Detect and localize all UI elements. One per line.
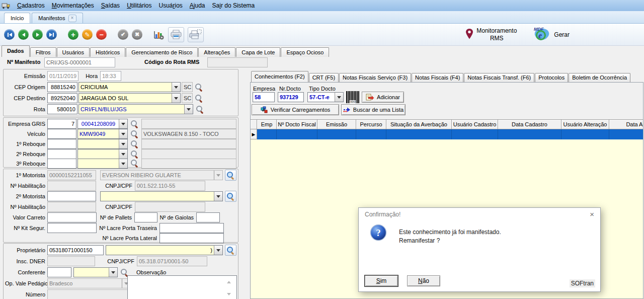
manifesto-input[interactable]: [44, 57, 115, 67]
chevron-down-icon[interactable]: [119, 159, 127, 168]
gerar-mdfe-button[interactable]: MDF e Gerar: [531, 26, 570, 43]
no-button[interactable]: Não: [407, 275, 440, 286]
reboque2-combo[interactable]: [77, 149, 128, 159]
grid-col-n-docto-fiscal[interactable]: Nº Docto Fiscal: [277, 119, 317, 129]
chevron-down-icon[interactable]: [119, 129, 127, 138]
chevron-down-icon[interactable]: [335, 93, 343, 102]
grid-cell-usuario-cadastro[interactable]: [452, 129, 498, 139]
grid-col-usuario-cadastro[interactable]: Usuário Cadastro: [452, 119, 498, 129]
search-motorista1-button[interactable]: [225, 170, 236, 181]
empresa-gris-combo[interactable]: 00041208099: [77, 119, 128, 129]
docs-tab-protocolos[interactable]: Protocolos: [535, 73, 568, 82]
conferente-input[interactable]: [47, 267, 71, 277]
chevron-down-icon[interactable]: [119, 119, 127, 128]
cidade-destino-combo[interactable]: JARAGUA DO SUL: [78, 93, 181, 103]
nr-docto-input[interactable]: [278, 92, 304, 102]
confirm-button[interactable]: [118, 29, 128, 40]
grid-cell-data-alteracao[interactable]: [609, 129, 643, 139]
motorista1-cpf-input[interactable]: [135, 181, 205, 191]
scroll-up-icon[interactable]: [227, 279, 231, 283]
scroll-down-icon[interactable]: [227, 293, 231, 297]
dialog-close-icon[interactable]: ×: [590, 210, 594, 218]
reboque1-input[interactable]: [47, 139, 76, 149]
search-reboque3-icon[interactable]: [130, 159, 139, 168]
cidade-origem-combo[interactable]: CRICIUMA: [78, 82, 181, 92]
delete-button[interactable]: [96, 29, 107, 40]
grid-cell-situacao-da-averbacao[interactable]: [386, 129, 452, 139]
nav-first-button[interactable]: [4, 29, 15, 40]
print-button[interactable]: [168, 27, 184, 42]
docs-tab-boletim-de-ocorrencia[interactable]: Boletim de Ocorrência: [569, 73, 630, 82]
docs-tab-crt-f5[interactable]: CRT (F5): [309, 73, 339, 82]
grid-col-data-alteracao[interactable]: Data Alteração: [609, 119, 643, 129]
numero-input[interactable]: [47, 289, 131, 299]
print-preview-button[interactable]: [188, 27, 204, 42]
motorista2-combo[interactable]: [100, 191, 223, 201]
search-veiculo-icon[interactable]: [130, 129, 139, 139]
adicionar-button[interactable]: Adicionar: [362, 92, 404, 103]
grid-cell-emp[interactable]: [257, 129, 277, 139]
search-rota-icon[interactable]: [195, 105, 205, 114]
grid-col-situacao-da-averbacao[interactable]: Situação da Averbação: [386, 119, 452, 129]
grid-col-usuario-alteracao[interactable]: Usuário Alteração: [561, 119, 609, 129]
page-tab-capa-de-lote[interactable]: Capa de Lote: [236, 47, 280, 57]
docs-tab-notas-fiscais-servico-f3[interactable]: Notas Fiscais Serviço (F3): [339, 73, 411, 82]
menu-cadastros[interactable]: Cadastros: [14, 1, 48, 10]
gaiolas-input[interactable]: [196, 212, 220, 222]
menu-utilitarios[interactable]: Utilitários: [123, 1, 155, 10]
motorista2-codigo-input[interactable]: [47, 191, 96, 201]
docs-tab-notas-fiscais-transf-f6[interactable]: Notas Fiscais Transf. (F6): [464, 73, 534, 82]
hora-input[interactable]: [100, 71, 121, 81]
search-reboque1-icon[interactable]: [130, 139, 139, 149]
page-tab-dados[interactable]: Dados: [2, 45, 30, 57]
grid-cell-n-docto-fiscal[interactable]: [277, 129, 317, 139]
pallets-input[interactable]: [134, 212, 157, 222]
kit-segur-input[interactable]: [47, 223, 97, 233]
page-tab-espaco-ocioso[interactable]: Espaço Ocioso: [281, 47, 329, 57]
monitoramento-rms-button[interactable]: Monitoramento RMS: [465, 27, 517, 42]
grid-col-percurso[interactable]: Percurso: [356, 119, 386, 129]
rota-codigo-input[interactable]: [47, 104, 77, 114]
chevron-down-icon[interactable]: [109, 268, 117, 277]
grid-col-emp[interactable]: Emp: [257, 119, 277, 129]
grid-selected-row[interactable]: ▶: [251, 129, 643, 139]
nav-last-button[interactable]: [46, 29, 57, 40]
add-button[interactable]: [68, 29, 78, 40]
grid-cell-emissao[interactable]: [317, 129, 356, 139]
page-tab-gerenciamento-de-risco[interactable]: Gerenciamento de Risco: [126, 47, 198, 57]
rota-combo[interactable]: CRI/FLN/BLU/JGS: [78, 104, 193, 114]
tab-inicio[interactable]: Início: [4, 13, 30, 23]
menu-usuarios[interactable]: Usuários: [155, 1, 186, 10]
barcode-icon[interactable]: [346, 91, 359, 103]
chevron-down-icon[interactable]: [214, 246, 222, 255]
reboque1-combo[interactable]: [77, 139, 128, 149]
chevron-down-icon[interactable]: [172, 94, 180, 103]
lacre-lateral-input[interactable]: [159, 233, 224, 243]
chart-button[interactable]: [153, 29, 165, 40]
reboque3-combo[interactable]: [77, 159, 128, 169]
search-motorista2-button[interactable]: [225, 191, 236, 202]
docs-tab-conhecimentos-f2[interactable]: Conhecimentos (F2): [251, 71, 308, 82]
emissao-input[interactable]: [47, 71, 78, 81]
grid-cell-usuario-alteracao[interactable]: [561, 129, 609, 139]
empresa-input[interactable]: [253, 92, 275, 102]
motorista1-codigo-input[interactable]: [47, 170, 96, 180]
grid-col-emissao[interactable]: Emissão: [317, 119, 356, 129]
motorista2-cpf-input[interactable]: [135, 202, 205, 212]
edit-button[interactable]: [82, 29, 93, 40]
grid-col-data-cadastro[interactable]: Data Cadastro: [498, 119, 561, 129]
tab-manifestos[interactable]: Manifestos ×: [32, 13, 83, 23]
chevron-down-icon[interactable]: [119, 139, 127, 148]
page-tab-filtros[interactable]: Filtros: [30, 47, 56, 57]
chevron-down-icon[interactable]: [119, 150, 127, 159]
menu-sair-do-sistema[interactable]: Sair do Sistema: [209, 1, 259, 10]
empresa-gris-input[interactable]: [47, 119, 76, 129]
page-tab-usuarios[interactable]: Usuários: [57, 47, 90, 57]
proprietario-cnpj-input[interactable]: [137, 256, 207, 266]
chevron-down-icon[interactable]: [172, 83, 180, 92]
chevron-down-icon[interactable]: [214, 192, 222, 201]
vale-pedagio-combo[interactable]: Bradesco: [47, 278, 131, 288]
search-reboque2-icon[interactable]: [130, 150, 139, 159]
chevron-down-icon[interactable]: [184, 105, 193, 114]
menu-movimentacoes[interactable]: Movimentações: [48, 1, 98, 10]
